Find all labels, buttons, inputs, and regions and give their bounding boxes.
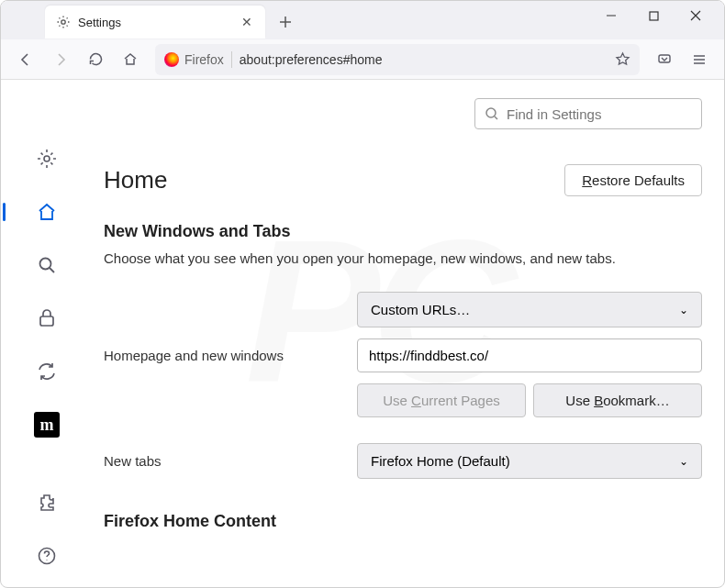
tab-bar: Settings ✕ xyxy=(1,1,724,39)
tab-title: Settings xyxy=(78,16,232,29)
section-title: New Windows and Tabs xyxy=(104,222,702,241)
bookmark-star-icon[interactable] xyxy=(615,51,630,67)
search-icon xyxy=(485,106,499,121)
pocket-button[interactable] xyxy=(649,44,680,75)
home-button[interactable] xyxy=(115,44,146,75)
homepage-buttons-row: Use Current Pages Use Bookmark… xyxy=(357,383,702,417)
svg-point-0 xyxy=(61,20,65,24)
restore-defaults-button[interactable]: Restore Defaults xyxy=(564,164,702,196)
sidebar-item-extensions[interactable] xyxy=(30,486,63,519)
section-description: Choose what you see when you open your h… xyxy=(104,250,702,266)
search-settings-box[interactable] xyxy=(474,98,702,129)
use-bookmark-button[interactable]: Use Bookmark… xyxy=(533,383,702,417)
new-tabs-label: New tabs xyxy=(104,453,342,469)
firefox-icon xyxy=(164,52,179,67)
use-current-pages-button[interactable]: Use Current Pages xyxy=(357,383,526,417)
svg-point-3 xyxy=(44,156,50,161)
forward-button[interactable] xyxy=(45,44,76,75)
homepage-mode-select[interactable]: Custom URLs… ⌄ xyxy=(357,292,702,327)
close-icon[interactable]: ✕ xyxy=(240,13,254,31)
new-tabs-select[interactable]: Firefox Home (Default) ⌄ xyxy=(357,443,702,479)
sidebar-item-general[interactable] xyxy=(30,142,63,175)
content-area: m Home Restore Defaults New Windows and … xyxy=(1,80,724,587)
chevron-down-icon: ⌄ xyxy=(679,455,688,468)
window-controls xyxy=(590,1,717,38)
homepage-label: Homepage and new windows xyxy=(104,348,342,363)
gear-icon xyxy=(56,15,71,29)
section-title-2: Firefox Home Content xyxy=(104,512,702,531)
sidebar-item-home[interactable] xyxy=(30,195,63,228)
site-identity[interactable]: Firefox xyxy=(164,52,224,67)
sidebar-item-help[interactable] xyxy=(30,539,63,572)
new-tabs-row: New tabs Firefox Home (Default) ⌄ xyxy=(104,443,702,479)
toolbar: Firefox about:preferences#home xyxy=(1,39,724,80)
address-bar[interactable]: Firefox about:preferences#home xyxy=(155,44,640,75)
settings-sidebar: m xyxy=(1,80,93,587)
page-header: Home Restore Defaults xyxy=(104,139,702,196)
new-tab-button[interactable] xyxy=(271,7,300,37)
svg-rect-1 xyxy=(650,12,658,20)
sidebar-item-search[interactable] xyxy=(30,249,63,282)
search-settings-input[interactable] xyxy=(507,106,692,122)
maximize-button[interactable] xyxy=(632,1,675,30)
svg-rect-5 xyxy=(40,316,53,326)
mozilla-icon: m xyxy=(34,412,60,438)
homepage-mode-value: Custom URLs… xyxy=(371,302,470,317)
separator xyxy=(231,51,232,68)
settings-main-panel: Home Restore Defaults New Windows and Ta… xyxy=(93,80,724,587)
identity-label: Firefox xyxy=(184,52,224,67)
svg-point-4 xyxy=(40,259,51,270)
page-title: Home xyxy=(104,166,167,194)
close-window-button[interactable] xyxy=(675,1,717,30)
chevron-down-icon: ⌄ xyxy=(679,304,688,316)
homepage-mode-row: Custom URLs… ⌄ xyxy=(104,292,702,327)
svg-point-7 xyxy=(486,108,496,117)
menu-button[interactable] xyxy=(684,44,715,75)
minimize-button[interactable] xyxy=(590,1,632,30)
homepage-url-row: Homepage and new windows xyxy=(104,338,702,372)
tab-settings[interactable]: Settings ✕ xyxy=(45,6,265,39)
new-tabs-value: Firefox Home (Default) xyxy=(371,453,510,469)
sidebar-item-privacy[interactable] xyxy=(30,302,63,335)
url-text: about:preferences#home xyxy=(240,52,608,67)
homepage-url-input[interactable] xyxy=(357,338,702,372)
back-button[interactable] xyxy=(10,44,41,75)
sidebar-item-mozilla[interactable]: m xyxy=(30,408,63,441)
sidebar-item-sync[interactable] xyxy=(30,355,63,388)
reload-button[interactable] xyxy=(80,44,111,75)
